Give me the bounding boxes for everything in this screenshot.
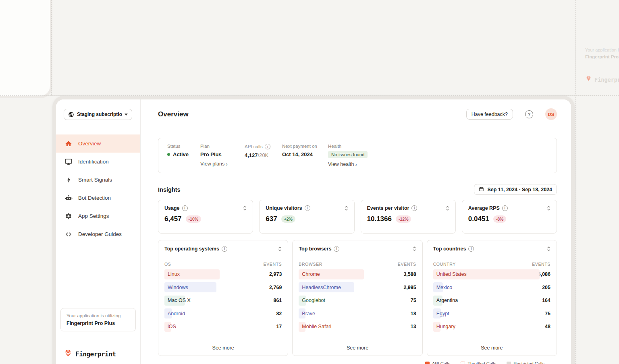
legend-item-api-calls: API Calls xyxy=(425,361,450,364)
see-more-button[interactable]: See more xyxy=(427,340,557,356)
info-icon[interactable]: i xyxy=(468,246,474,252)
info-icon[interactable]: i xyxy=(334,246,339,252)
legend-swatch xyxy=(425,362,430,364)
status-label: Status xyxy=(167,144,189,149)
sidebar-item-identification[interactable]: Identification xyxy=(56,153,140,171)
table-header: Top countriesi xyxy=(427,240,557,257)
stat-value-row: 637+2% xyxy=(266,215,348,223)
sidebar-item-overview[interactable]: Overview xyxy=(56,134,140,153)
row-name-cell: Mexico xyxy=(433,281,542,294)
feedback-button[interactable]: Have feedback? xyxy=(466,109,513,120)
tables-row: Top operating systemsiOSEVENTSLinux2,973… xyxy=(158,240,557,356)
table-row: HeadlessChrome2,995 xyxy=(293,281,422,294)
row-name-cell: Brave xyxy=(299,307,410,321)
table-column-headers: COUNTRYEVENTS xyxy=(427,257,557,268)
fingerprint-icon xyxy=(64,349,73,359)
brand-text: Fingerprint xyxy=(75,350,116,358)
row-label: Egypt xyxy=(433,311,449,316)
insights-header: Insights Sep 11, 2024 - Sep 18, 2024 xyxy=(158,184,557,195)
chevron-right-icon: › xyxy=(226,161,227,167)
avatar[interactable]: DS xyxy=(545,108,557,120)
help-icon[interactable]: ? xyxy=(525,110,533,118)
info-icon[interactable]: i xyxy=(265,144,270,149)
view-health-link[interactable]: View health› xyxy=(328,161,368,167)
sort-icon[interactable] xyxy=(547,205,550,211)
sidebar-item-app-settings[interactable]: App Settings xyxy=(56,207,140,225)
background-peek-panel: Your application is u Fingerprint Pro Pl… xyxy=(585,48,619,84)
row-value: 13 xyxy=(411,324,416,329)
column-header-events: EVENTS xyxy=(532,262,550,267)
row-name-cell: Googlebot xyxy=(299,294,410,307)
plan-label: Plan xyxy=(200,144,228,149)
stat-card-average-rps: Average RPSi0.0451-8% xyxy=(462,200,557,234)
row-value: 75 xyxy=(545,311,550,316)
row-label: HeadlessChrome xyxy=(299,285,341,290)
sort-icon[interactable] xyxy=(413,246,416,252)
status-card: Status Active Plan Pro Plus View plans› … xyxy=(158,138,557,173)
chevron-down-icon xyxy=(125,114,128,116)
info-icon[interactable]: i xyxy=(305,205,310,211)
view-plans-link[interactable]: View plans› xyxy=(200,161,228,167)
see-more-button[interactable]: See more xyxy=(293,340,422,356)
table-row: Mexico205 xyxy=(427,281,557,294)
status-dot xyxy=(167,153,170,156)
stat-card-unique-visitors: Unique visitorsi637+2% xyxy=(259,200,354,234)
sidebar-item-label: App Settings xyxy=(78,213,109,219)
row-label: Linux xyxy=(164,271,180,277)
sidebar-item-label: Bot Detection xyxy=(78,195,111,201)
row-value: 2,769 xyxy=(269,285,282,290)
sort-icon[interactable] xyxy=(278,246,282,252)
sort-icon[interactable] xyxy=(243,205,247,211)
stat-label: Unique visitors xyxy=(266,205,302,211)
row-label: iOS xyxy=(164,324,176,329)
stat-card-header: Events per visitori xyxy=(367,205,449,211)
table-title: Top operating systems xyxy=(164,246,219,252)
sidebar-item-label: Developer Guides xyxy=(78,231,122,237)
table-title: Top browsers xyxy=(299,246,331,252)
sidebar-item-bot-detection[interactable]: Bot Detection xyxy=(56,189,140,207)
next-payment-label: Next payment on xyxy=(282,144,317,149)
row-name-cell: Chrome xyxy=(299,268,403,281)
sort-icon[interactable] xyxy=(446,205,449,211)
row-label: Googlebot xyxy=(299,298,325,303)
main-content: Overview Have feedback? ? DS Status Acti… xyxy=(141,99,571,364)
row-label: Brave xyxy=(299,311,315,316)
info-icon[interactable]: i xyxy=(222,246,227,252)
info-icon[interactable]: i xyxy=(502,205,508,211)
stat-label: Usage xyxy=(164,205,180,211)
stat-value-row: 6,457-10% xyxy=(164,215,247,223)
legend-label: Restricted Calls xyxy=(513,361,544,364)
see-more-button[interactable]: See more xyxy=(158,340,288,356)
row-value: 164 xyxy=(542,298,550,303)
row-value: 3,588 xyxy=(403,271,416,277)
sort-icon[interactable] xyxy=(547,246,550,252)
insights-title: Insights xyxy=(158,186,181,193)
sort-icon[interactable] xyxy=(345,205,348,211)
table-title: Top countries xyxy=(433,246,466,252)
table-row: United States6,086 xyxy=(427,268,557,281)
subscription-selector[interactable]: Staging subscriptio... xyxy=(64,109,132,120)
row-name-cell: Argentina xyxy=(433,294,542,307)
sidebar-item-developer-guides[interactable]: Developer Guides xyxy=(56,225,140,243)
info-icon[interactable]: i xyxy=(411,205,417,211)
trend-badge: -12% xyxy=(396,215,411,223)
table-row: Brave18 xyxy=(293,307,422,321)
row-label: Windows xyxy=(164,285,188,290)
row-name-cell: Egypt xyxy=(433,307,545,321)
stat-card-header: Unique visitorsi xyxy=(266,205,348,211)
info-icon[interactable]: i xyxy=(182,205,188,211)
row-name-cell: Mac OS X xyxy=(164,294,273,307)
plan-value: Pro Plus xyxy=(200,151,228,157)
table-header: Top operating systemsi xyxy=(158,240,288,257)
date-range-picker[interactable]: Sep 11, 2024 - Sep 18, 2024 xyxy=(474,184,557,195)
row-name-cell: Hungary xyxy=(433,320,545,333)
table-row: Chrome3,588 xyxy=(293,268,422,281)
row-value: 48 xyxy=(545,324,550,329)
dashed-guide-vertical-left xyxy=(51,0,52,95)
table-row: Egypt75 xyxy=(427,307,557,321)
sidebar-item-smart-signals[interactable]: Smart Signals xyxy=(56,171,140,189)
stat-label: Average RPS xyxy=(468,205,500,211)
peek-brand-text: Fingerprin xyxy=(594,77,619,83)
home-icon xyxy=(64,140,73,148)
table-body: United States6,086Mexico205Argentina164E… xyxy=(427,268,557,333)
